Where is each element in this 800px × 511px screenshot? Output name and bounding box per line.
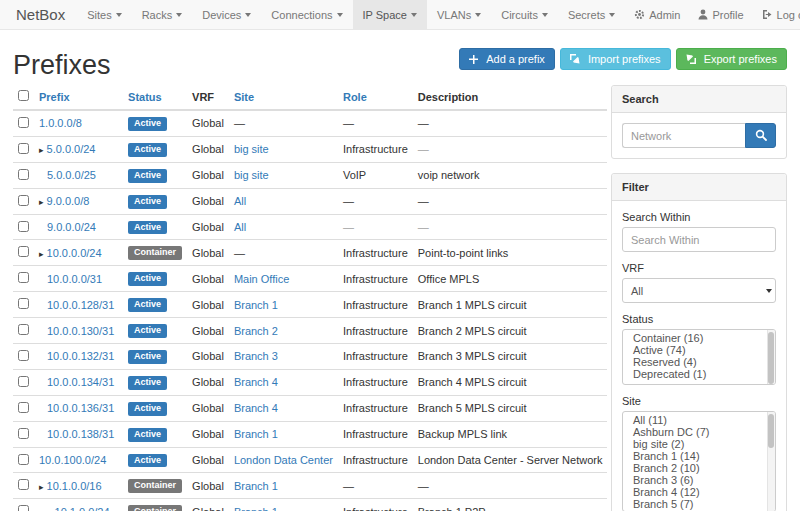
site-link[interactable]: Branch 1 <box>234 480 278 492</box>
prefix-link[interactable]: 5.0.0.0/24 <box>47 143 96 155</box>
scrollbar-track[interactable] <box>767 330 775 384</box>
select-all-checkbox[interactable] <box>18 90 29 101</box>
site-link[interactable]: Branch 2 <box>234 325 278 337</box>
prefix-link[interactable]: 9.0.0.0/24 <box>47 221 96 233</box>
prefix-link[interactable]: 5.0.0.0/25 <box>47 169 96 181</box>
prefix-link[interactable]: 10.0.0.132/31 <box>47 350 114 362</box>
export-prefixes-button[interactable]: Export prefixes <box>676 48 787 70</box>
prefix-link[interactable]: 10.0.0.0/31 <box>47 273 102 285</box>
site-link[interactable]: London Data Center <box>234 454 333 466</box>
nav-item-devices[interactable]: Devices <box>192 0 261 29</box>
expand-caret-icon[interactable]: ▸ <box>39 145 44 155</box>
row-checkbox[interactable] <box>18 428 29 439</box>
nav-item-sites[interactable]: Sites <box>77 0 131 29</box>
filter-option[interactable]: Branch 5 (7) <box>623 498 775 510</box>
column-header-prefix[interactable]: Prefix <box>34 85 123 110</box>
site-link[interactable]: Branch 3 <box>234 350 278 362</box>
scrollbar-thumb[interactable] <box>768 332 774 384</box>
description-value: — <box>418 143 429 155</box>
site-link[interactable]: Branch 4 <box>234 376 278 388</box>
prefix-link[interactable]: 10.0.0.136/31 <box>47 402 114 414</box>
site-filter-listbox[interactable]: All (11)Ashburn DC (7)big site (2)Branch… <box>622 411 776 511</box>
prefix-link[interactable]: 10.0.0.130/31 <box>47 325 114 337</box>
vrf-select[interactable]: All <box>622 278 776 303</box>
nav-item-racks[interactable]: Racks <box>132 0 193 29</box>
nav-item-connections[interactable]: Connections <box>261 0 352 29</box>
site-link[interactable]: big site <box>234 169 269 181</box>
page-title: Prefixes <box>13 50 459 81</box>
prefix-link[interactable]: 10.0.0.134/31 <box>47 376 114 388</box>
prefix-link[interactable]: 1.0.0.0/8 <box>39 117 82 129</box>
filter-option[interactable]: Branch 1 (14) <box>623 450 775 462</box>
add-prefix-button[interactable]: Add a prefix <box>459 48 555 70</box>
prefix-link[interactable]: 10.1.0.0/24 <box>55 506 110 511</box>
column-header-status[interactable]: Status <box>123 85 187 110</box>
profile-icon <box>698 9 708 20</box>
import-prefixes-button[interactable]: Import prefixes <box>560 48 671 70</box>
description-value: Branch 5 MPLS circuit <box>418 402 527 414</box>
site-link[interactable]: Branch 4 <box>234 402 278 414</box>
nav-item-log-out[interactable]: Log out <box>753 0 800 29</box>
site-link[interactable]: Main Office <box>234 273 289 285</box>
filter-option[interactable]: Branch 3 (6) <box>623 474 775 486</box>
nav-item-admin[interactable]: Admin <box>625 0 689 29</box>
expand-caret-icon[interactable]: ▸ <box>39 197 44 207</box>
row-checkbox[interactable] <box>18 454 29 465</box>
scrollbar-track[interactable] <box>767 412 775 511</box>
row-checkbox[interactable] <box>18 117 29 128</box>
search-input[interactable] <box>622 123 745 148</box>
row-checkbox[interactable] <box>18 195 29 206</box>
nav-item-circuits[interactable]: Circuits <box>491 0 558 29</box>
prefix-link[interactable]: 10.0.0.0/24 <box>47 247 102 259</box>
site-link[interactable]: All <box>234 221 246 233</box>
site-link[interactable]: Branch 1 <box>234 428 278 440</box>
row-checkbox[interactable] <box>18 479 29 490</box>
search-button[interactable] <box>745 123 776 148</box>
row-checkbox[interactable] <box>18 376 29 387</box>
prefix-link[interactable]: 10.0.100.0/24 <box>39 454 106 466</box>
prefix-link[interactable]: 10.1.0.0/16 <box>47 480 102 492</box>
prefix-link[interactable]: 10.0.0.138/31 <box>47 428 114 440</box>
expand-caret-icon[interactable]: ▸ <box>39 249 44 259</box>
status-cell: Active <box>123 214 187 240</box>
column-header-role[interactable]: Role <box>338 85 413 110</box>
filter-option[interactable]: All (11) <box>623 414 775 426</box>
filter-option[interactable]: Branch 4 (12) <box>623 486 775 498</box>
filter-option[interactable]: Container (16) <box>623 332 775 344</box>
site-link[interactable]: Branch 1 <box>234 506 278 511</box>
row-checkbox[interactable] <box>18 246 29 257</box>
site-link[interactable]: Branch 1 <box>234 299 278 311</box>
filter-option[interactable]: Branch 2 (10) <box>623 462 775 474</box>
filter-option[interactable]: Ashburn DC (7) <box>623 426 775 438</box>
nav-item-ip-space[interactable]: IP Space <box>353 0 427 29</box>
filter-option[interactable]: Active (74) <box>623 344 775 356</box>
row-checkbox[interactable] <box>18 324 29 335</box>
brand-netbox[interactable]: NetBox <box>8 0 77 29</box>
filter-option[interactable]: Deprecated (1) <box>623 368 775 380</box>
search-within-input[interactable] <box>622 227 776 252</box>
row-checkbox[interactable] <box>18 143 29 154</box>
role-cell: — <box>338 214 413 240</box>
row-checkbox[interactable] <box>18 221 29 232</box>
nav-item-secrets[interactable]: Secrets <box>558 0 625 29</box>
filter-option[interactable]: big site (2) <box>623 438 775 450</box>
row-checkbox[interactable] <box>18 272 29 283</box>
row-select-cell <box>13 421 34 447</box>
row-checkbox[interactable] <box>18 402 29 413</box>
status-filter-listbox[interactable]: Container (16)Active (74)Reserved (4)Dep… <box>622 329 776 385</box>
site-link[interactable]: big site <box>234 143 269 155</box>
column-header-site[interactable]: Site <box>229 85 338 110</box>
site-link[interactable]: All <box>234 195 246 207</box>
row-checkbox[interactable] <box>18 298 29 309</box>
nav-item-profile[interactable]: Profile <box>689 0 752 29</box>
scrollbar-thumb[interactable] <box>768 414 774 448</box>
prefix-link[interactable]: 9.0.0.0/8 <box>47 195 90 207</box>
filter-option[interactable]: Reserved (4) <box>623 356 775 368</box>
expand-caret-icon[interactable]: ▸ <box>39 482 44 492</box>
row-checkbox[interactable] <box>18 350 29 361</box>
table-row: 5.0.0.0/25ActiveGlobalbig siteVoIPvoip n… <box>13 162 607 188</box>
prefix-link[interactable]: 10.0.0.128/31 <box>47 299 114 311</box>
row-checkbox[interactable] <box>18 505 29 511</box>
row-checkbox[interactable] <box>18 169 29 180</box>
nav-item-vlans[interactable]: VLANs <box>427 0 491 29</box>
